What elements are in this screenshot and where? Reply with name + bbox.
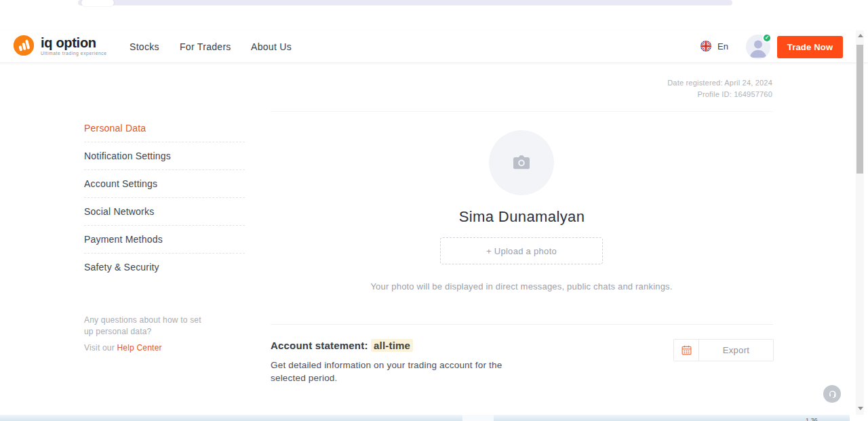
support-headset-icon bbox=[827, 389, 837, 399]
date-registered: Date registered: April 24, 2024 bbox=[667, 77, 772, 89]
profile-id: Profile ID: 164957760 bbox=[667, 89, 772, 100]
nav-link-stocks[interactable]: Stocks bbox=[130, 41, 159, 52]
calendar-icon bbox=[681, 344, 692, 356]
top-navbar: iq option Ultimate trading experience St… bbox=[0, 31, 868, 63]
statement-period[interactable]: all-time bbox=[371, 339, 413, 352]
nav-link-about-us[interactable]: About Us bbox=[251, 41, 292, 52]
profile-sidebar: Personal Data Notification Settings Acco… bbox=[84, 115, 245, 281]
sidebar-item-payment-methods[interactable]: Payment Methods bbox=[84, 226, 245, 254]
logo-text: iq option Ultimate trading experience bbox=[41, 36, 107, 56]
calendar-button[interactable] bbox=[674, 340, 699, 361]
photo-note: Your photo will be displayed in direct m… bbox=[318, 280, 725, 293]
browser-top-strip bbox=[78, 0, 732, 5]
sidebar-item-notification-settings[interactable]: Notification Settings bbox=[84, 142, 245, 170]
export-button[interactable]: Export bbox=[699, 340, 773, 361]
scrollbar-down-icon[interactable] bbox=[858, 407, 863, 410]
user-avatar[interactable]: ✓ bbox=[746, 35, 770, 59]
support-button[interactable] bbox=[823, 385, 841, 403]
profile-name: Sima Dunamalyan bbox=[271, 208, 773, 226]
upload-photo-button[interactable]: + Upload a photo bbox=[440, 237, 603, 264]
help-visit-prefix: Visit our bbox=[84, 343, 117, 353]
statement-label-text: Account statement: bbox=[271, 340, 371, 351]
account-statement-label: Account statement: all-time bbox=[271, 340, 413, 351]
logo-name: iq option bbox=[41, 36, 107, 49]
verified-badge-icon: ✓ bbox=[762, 33, 772, 43]
sidebar-item-account-settings[interactable]: Account Settings bbox=[84, 170, 245, 198]
help-center-link[interactable]: Help Center bbox=[117, 343, 161, 353]
sidebar-item-safety-security[interactable]: Safety & Security bbox=[84, 254, 245, 281]
logo-tagline: Ultimate trading experience bbox=[41, 51, 107, 56]
scrollbar-up-icon[interactable] bbox=[858, 34, 863, 37]
uk-flag-icon bbox=[701, 41, 711, 52]
divider bbox=[271, 111, 773, 112]
trade-now-button[interactable]: Trade Now bbox=[777, 36, 843, 58]
divider bbox=[271, 324, 773, 325]
account-meta: Date registered: April 24, 2024 Profile … bbox=[667, 77, 772, 100]
scrollbar-thumb[interactable] bbox=[856, 45, 863, 174]
browser-tab bbox=[81, 0, 114, 6]
nav-link-for-traders[interactable]: For Traders bbox=[180, 41, 231, 52]
sidebar-help-visit: Visit our Help Center bbox=[84, 343, 162, 353]
language-selector[interactable]: En bbox=[701, 41, 728, 52]
sidebar-help-question: Any questions about how to set up person… bbox=[84, 315, 210, 338]
iq-option-logo-icon bbox=[13, 35, 35, 56]
sidebar-item-personal-data[interactable]: Personal Data bbox=[84, 115, 245, 142]
sidebar-item-social-networks[interactable]: Social Networks bbox=[84, 198, 245, 226]
bottom-edge-gap bbox=[462, 415, 494, 421]
bottom-edge-strip bbox=[0, 415, 850, 421]
camera-icon bbox=[511, 152, 532, 174]
statement-description: Get detailed information on your trading… bbox=[271, 359, 513, 384]
logo[interactable]: iq option Ultimate trading experience bbox=[13, 35, 107, 56]
export-controls: Export bbox=[673, 339, 774, 361]
clipped-bottom-text: 1.36 bbox=[806, 417, 818, 421]
language-label: En bbox=[717, 41, 728, 52]
profile-photo-placeholder[interactable] bbox=[489, 130, 554, 195]
